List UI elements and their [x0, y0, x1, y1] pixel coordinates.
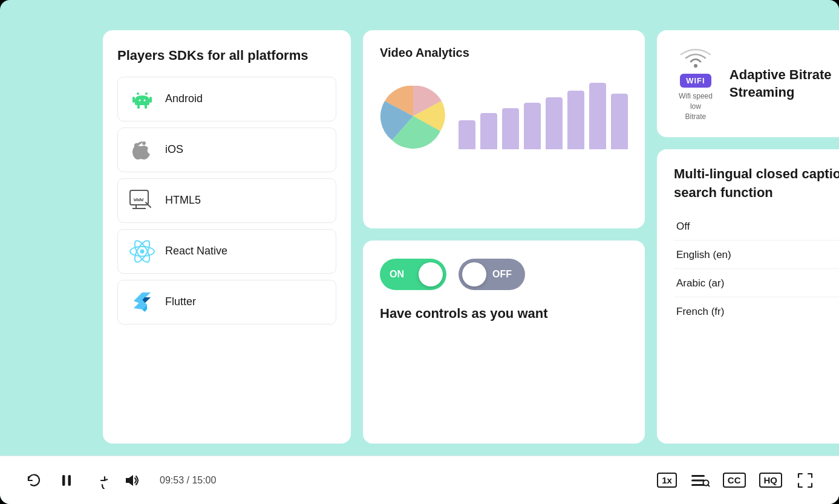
pause-icon[interactable]: [57, 471, 76, 490]
bar-chart: [459, 83, 628, 149]
svg-marker-21: [126, 475, 133, 486]
player-bar: 09:53 / 15:00 1x CC HQ: [0, 456, 839, 504]
svg-rect-24: [691, 484, 705, 486]
chapters-icon[interactable]: [690, 471, 710, 490]
react-native-icon: [129, 238, 155, 265]
volume-icon[interactable]: [122, 471, 142, 490]
controls-description: Have controls as you want: [380, 305, 628, 323]
hq-badge[interactable]: HQ: [759, 473, 783, 488]
toggle-on[interactable]: ON: [380, 259, 446, 290]
forward-icon[interactable]: [90, 471, 109, 490]
captions-card: Multi-lingual closed captions with searc…: [657, 149, 839, 444]
svg-rect-23: [691, 479, 705, 481]
svg-point-2: [139, 99, 141, 101]
toggle-on-label: ON: [390, 269, 404, 280]
sdk-label-react-native: React Native: [165, 245, 227, 257]
sdk-panel-title: Players SDKs for all platforms: [117, 47, 336, 65]
sdk-label-ios: iOS: [165, 143, 183, 156]
ios-icon: [129, 137, 155, 163]
wifi-status: Wifi speed lowBitrate: [674, 91, 717, 121]
replay-icon[interactable]: [24, 471, 44, 490]
svg-point-12: [140, 249, 145, 253]
svg-point-4: [142, 141, 146, 145]
cc-badge[interactable]: CC: [723, 473, 746, 488]
main-content: Players SDKs for all platforms: [0, 0, 839, 456]
caption-options: Off English (en) Arabic (ar) French (fr): [674, 213, 839, 325]
bar-7: [589, 83, 606, 149]
sdk-label-flutter: Flutter: [165, 296, 196, 308]
wifi-badge: WIFI: [680, 74, 711, 88]
caption-option-french[interactable]: French (fr): [674, 299, 839, 325]
sdk-item-ios[interactable]: iOS: [117, 128, 336, 172]
wifi-card: WIFI Wifi speed lowBitrate Adaptive Bitr…: [657, 30, 839, 137]
sdk-item-html5[interactable]: www HTML5: [117, 178, 336, 223]
bar-1: [459, 120, 475, 149]
svg-rect-22: [691, 475, 705, 477]
caption-option-off[interactable]: Off: [674, 213, 839, 241]
fullscreen-icon[interactable]: [795, 471, 815, 490]
captions-title: Multi-lingual closed captions with searc…: [674, 165, 839, 202]
sdk-item-android[interactable]: Android: [117, 77, 336, 121]
sdk-panel: Players SDKs for all platforms: [103, 30, 351, 444]
wifi-icon-container: WIFI Wifi speed lowBitrate: [674, 46, 717, 121]
svg-rect-20: [68, 475, 71, 486]
sdk-list: Android iOS: [117, 77, 336, 325]
svg-point-0: [137, 92, 139, 95]
toggle-on-knob: [419, 262, 443, 286]
analytics-card: Video Analytics: [363, 30, 645, 228]
android-icon: [129, 86, 155, 112]
toggles-row: ON OFF: [380, 259, 628, 290]
bar-6: [567, 91, 584, 149]
speed-badge[interactable]: 1x: [657, 473, 677, 488]
bar-5: [546, 97, 563, 149]
chart-area: [380, 71, 628, 149]
svg-line-26: [708, 485, 710, 486]
sdk-item-react-native[interactable]: React Native: [117, 229, 336, 274]
bar-4: [524, 103, 541, 149]
sdk-item-flutter[interactable]: Flutter: [117, 280, 336, 325]
player-container: Players SDKs for all platforms: [0, 0, 839, 504]
player-time: 09:53 / 15:00: [160, 475, 216, 486]
wifi-title: Adaptive Bitrate Streaming: [730, 66, 839, 101]
toggle-off-label: OFF: [492, 269, 512, 280]
bar-3: [502, 108, 519, 149]
svg-point-3: [144, 99, 146, 101]
caption-option-english[interactable]: English (en): [674, 242, 839, 269]
svg-point-1: [145, 92, 148, 95]
caption-option-arabic[interactable]: Arabic (ar): [674, 270, 839, 297]
flutter-icon: [129, 289, 155, 315]
controls-card: ON OFF Have controls as you want: [363, 241, 645, 444]
right-panel: WIFI Wifi speed lowBitrate Adaptive Bitr…: [657, 30, 839, 444]
bar-8: [611, 94, 628, 149]
toggle-off-knob: [462, 262, 486, 286]
middle-panel: Video Analytics: [363, 30, 645, 444]
svg-point-18: [694, 64, 697, 68]
analytics-title: Video Analytics: [380, 46, 628, 60]
player-controls-left: 09:53 / 15:00: [24, 471, 216, 490]
bar-2: [480, 113, 497, 150]
wifi-signal-icon: [677, 46, 714, 70]
svg-rect-19: [62, 475, 65, 486]
pie-chart: [380, 83, 446, 149]
toggle-off[interactable]: OFF: [459, 259, 525, 290]
svg-text:www: www: [134, 196, 144, 202]
html5-icon: www: [129, 187, 155, 214]
player-controls-right: 1x CC HQ: [657, 471, 815, 490]
sdk-label-android: Android: [165, 92, 203, 105]
sdk-label-html5: HTML5: [165, 194, 201, 207]
